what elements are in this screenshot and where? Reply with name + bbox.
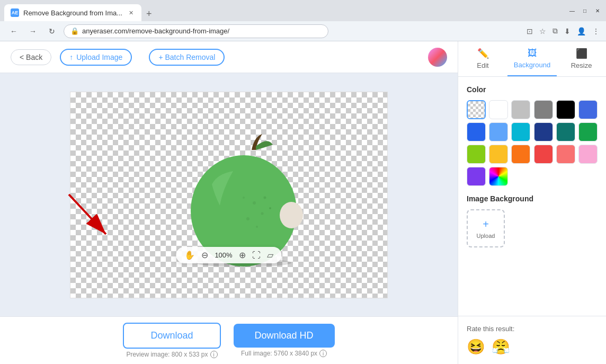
panel-content: Color (458, 77, 606, 316)
bookmark-icon[interactable]: ☆ (539, 27, 546, 35)
edit-tab-label: Edit (477, 61, 488, 69)
preview-info: Preview image: 800 x 533 px i (126, 351, 217, 358)
preview-info-icon[interactable]: i (210, 351, 218, 358)
svg-point-4 (246, 217, 249, 220)
color-section-title: Color (467, 85, 598, 94)
tab-edit[interactable]: ✏️ Edit (458, 41, 507, 76)
panel-tabs: ✏️ Edit 🖼 Background ⬛ Resize (458, 41, 606, 77)
download-area: Download Preview image: 800 x 533 px i D… (0, 316, 458, 364)
rate-section: Rate this result: 😆 😤 (458, 316, 606, 364)
cast-icon[interactable]: ⊡ (527, 27, 533, 35)
background-tab-label: Background (514, 61, 550, 69)
color-swatch-pink[interactable] (578, 145, 598, 164)
browser-tab-active[interactable]: AE Remove Background from Ima... ✕ (4, 4, 141, 21)
url-text: anyeraser.com/remove-background-from-ima… (82, 27, 229, 35)
svg-point-1 (280, 202, 303, 228)
svg-point-3 (261, 212, 264, 215)
zoom-level: 100% (215, 251, 232, 259)
edit-tab-icon: ✏️ (477, 48, 489, 59)
upload-bg-plus-icon: + (483, 218, 489, 230)
address-input[interactable]: 🔒 anyeraser.com/remove-background-from-i… (64, 24, 328, 38)
forward-nav-button[interactable]: → (25, 24, 40, 39)
color-swatch-orange[interactable] (511, 145, 530, 164)
svg-point-2 (253, 201, 256, 205)
color-swatch-red[interactable] (534, 145, 553, 164)
color-swatch-gray[interactable] (534, 100, 553, 119)
zoom-out-tool[interactable]: ⊖ (201, 250, 208, 260)
upload-background-button[interactable]: + Upload (467, 209, 505, 247)
right-panel: ✏️ Edit 🖼 Background ⬛ Resize Color (458, 41, 606, 364)
close-button[interactable]: ✕ (593, 6, 602, 15)
tab-title: Remove Background from Ima... (23, 9, 122, 17)
canvas-background (70, 92, 387, 298)
rate-title: Rate this result: (467, 325, 598, 333)
tab-close-button[interactable]: ✕ (127, 8, 135, 17)
svg-point-6 (243, 197, 245, 199)
rate-emojis: 😆 😤 (467, 338, 598, 356)
svg-point-5 (256, 226, 258, 228)
tab-resize[interactable]: ⬛ Resize (557, 41, 606, 76)
canvas-area: ✋ ⊖ 100% ⊕ ⛶ ▱ (0, 73, 458, 316)
color-swatch-light-blue[interactable] (489, 122, 508, 141)
zoom-in-tool[interactable]: ⊕ (239, 250, 246, 260)
color-swatch-dark-blue[interactable] (534, 122, 553, 141)
tab-background[interactable]: 🖼 Background (507, 41, 557, 76)
svg-point-8 (264, 196, 266, 199)
color-swatch-light-gray[interactable] (511, 100, 530, 119)
download-hd-button[interactable]: Download HD (234, 324, 335, 348)
resize-tab-icon: ⬛ (576, 48, 587, 59)
image-canvas[interactable] (70, 92, 388, 298)
reload-button[interactable]: ↻ (44, 24, 59, 39)
batch-removal-button[interactable]: + Batch Removal (149, 49, 225, 66)
canvas-toolbar: ✋ ⊖ 100% ⊕ ⛶ ▱ (176, 247, 281, 263)
color-swatch-salmon[interactable] (556, 145, 575, 164)
color-swatch-teal[interactable] (556, 122, 575, 141)
color-swatch-blue[interactable] (467, 122, 486, 141)
resize-tab-label: Resize (571, 61, 592, 69)
color-swatch-black[interactable] (556, 100, 575, 119)
minimize-button[interactable]: — (568, 6, 576, 15)
menu-icon[interactable]: ⋮ (592, 27, 600, 35)
user-avatar[interactable] (428, 48, 447, 67)
main-content: < Back ↑ Upload Image + Batch Removal (0, 41, 458, 364)
upload-bg-label: Upload (477, 233, 495, 239)
pan-tool[interactable]: ✋ (184, 250, 195, 260)
color-swatch-white[interactable] (489, 100, 508, 119)
color-swatch-green[interactable] (578, 122, 598, 141)
color-swatch-yellow[interactable] (489, 145, 508, 164)
color-swatch-gradient[interactable] (489, 167, 508, 186)
full-info-icon[interactable]: i (319, 350, 327, 357)
back-button[interactable]: < Back (11, 49, 51, 65)
extensions-icon[interactable]: ⧉ (552, 26, 558, 35)
color-swatch-transparent[interactable] (467, 100, 486, 119)
color-grid (467, 100, 598, 186)
window-controls: — □ ✕ (568, 6, 602, 15)
maximize-button[interactable]: □ (581, 6, 589, 15)
browser-toolbar-icons: ⊡ ☆ ⧉ ⬇ 👤 ⋮ (527, 26, 600, 35)
color-swatch-purple[interactable] (467, 167, 486, 186)
color-swatch-royal-blue[interactable] (578, 100, 598, 119)
upload-label: Upload Image (76, 53, 122, 61)
new-tab-button[interactable]: + (141, 6, 156, 21)
rate-happy-emoji[interactable]: 😆 (467, 338, 485, 356)
browser-tabs: AE Remove Background from Ima... ✕ + (4, 0, 156, 21)
color-swatch-cyan[interactable] (511, 122, 530, 141)
image-background-title: Image Background (467, 194, 598, 203)
tab-favicon: AE (11, 8, 19, 17)
image-background-section: Image Background + Upload (467, 194, 598, 247)
app-toolbar: < Back ↑ Upload Image + Batch Removal (0, 41, 458, 73)
browser-chrome: AE Remove Background from Ima... ✕ + — □… (0, 0, 606, 21)
download-button[interactable]: Download (123, 323, 220, 349)
rate-angry-emoji[interactable]: 😤 (492, 338, 510, 356)
back-nav-button[interactable]: ← (6, 24, 21, 39)
download-browser-icon[interactable]: ⬇ (564, 27, 571, 35)
full-info: Full image: 5760 x 3840 px i (241, 350, 327, 357)
upload-icon: ↑ (69, 53, 73, 61)
address-bar: ← → ↻ 🔒 anyeraser.com/remove-background-… (0, 21, 606, 41)
upload-image-button[interactable]: ↑ Upload Image (60, 49, 132, 66)
crop-tool[interactable]: ▱ (267, 250, 273, 260)
profile-icon[interactable]: 👤 (577, 27, 586, 35)
color-swatch-yellow-green[interactable] (467, 145, 486, 164)
app-area: < Back ↑ Upload Image + Batch Removal (0, 41, 606, 364)
fit-tool[interactable]: ⛶ (252, 251, 261, 260)
